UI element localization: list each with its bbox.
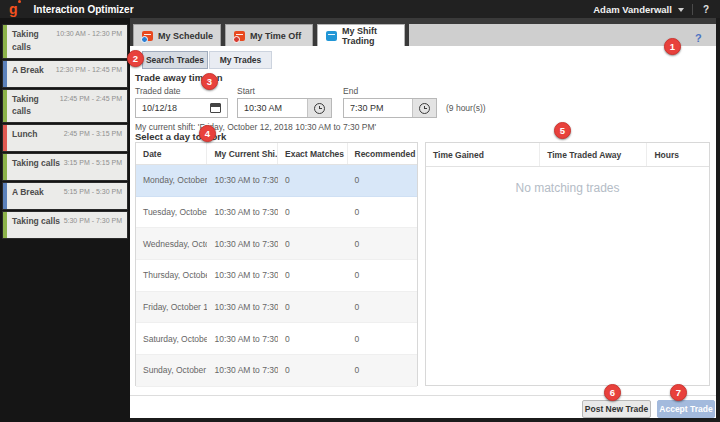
trades-table-header: Time Gained Time Traded Away Hours bbox=[426, 143, 709, 167]
accept-trade-button[interactable]: Accept Trade bbox=[657, 400, 715, 418]
schedule-activity-card[interactable]: Taking calls5:30 PM - 7:30 PM bbox=[3, 212, 127, 238]
cell-shift: 10:30 AM to 7:30 PM bbox=[207, 334, 278, 344]
callout-badge-4: 4 bbox=[199, 125, 216, 142]
day-to-work-table: Date My Current Shi... Exact Matches Rec… bbox=[135, 142, 418, 386]
end-time-field[interactable]: 7:30 PM bbox=[343, 98, 437, 118]
column-header-time-traded-away[interactable]: Time Traded Away bbox=[540, 143, 647, 166]
cell-exact-matches: 0 bbox=[278, 239, 348, 249]
cell-exact-matches: 0 bbox=[278, 175, 348, 185]
cell-recommended: 0 bbox=[347, 270, 417, 280]
cell-recommended: 0 bbox=[347, 239, 417, 249]
traded-date-field[interactable]: 10/12/18 bbox=[135, 98, 228, 118]
schedule-activity-card[interactable]: A Break12:30 PM - 12:45 PM bbox=[3, 61, 127, 87]
calendar-off-icon bbox=[234, 31, 245, 41]
column-header-current-shift[interactable]: My Current Shi... bbox=[207, 143, 278, 164]
activity-time: 12:30 PM - 12:45 PM bbox=[56, 64, 122, 83]
column-header-exact-matches[interactable]: Exact Matches bbox=[278, 143, 348, 164]
day-table-row[interactable]: Monday, October 8, 201810:30 AM to 7:30 … bbox=[136, 165, 417, 197]
column-header-date[interactable]: Date bbox=[136, 143, 207, 164]
cell-shift: 10:30 AM to 7:30 PM bbox=[207, 239, 278, 249]
callout-badge-6: 6 bbox=[604, 384, 621, 401]
topbar-divider bbox=[692, 4, 693, 15]
schedule-activity-card[interactable]: Taking calls10:30 AM - 12:30 PM bbox=[3, 25, 127, 58]
cell-date: Sunday, October 14, 2018 bbox=[136, 365, 207, 375]
day-table-row[interactable]: Wednesday, October 10, 201810:30 AM to 7… bbox=[136, 228, 417, 260]
cell-date: Tuesday, October 9, 2018 bbox=[136, 207, 207, 217]
callout-badge-1: 1 bbox=[664, 38, 681, 55]
day-table-row[interactable]: Saturday, October 13, 201810:30 AM to 7:… bbox=[136, 323, 417, 355]
start-time-picker-button[interactable] bbox=[307, 99, 331, 117]
cell-recommended: 0 bbox=[347, 175, 417, 185]
traded-date-value[interactable]: 10/12/18 bbox=[136, 103, 210, 113]
schedule-activity-card[interactable]: Lunch2:45 PM - 3:15 PM bbox=[3, 125, 127, 151]
column-header-time-gained[interactable]: Time Gained bbox=[426, 143, 540, 166]
help-icon-content[interactable]: ? bbox=[695, 32, 702, 44]
content-area: Search Trades My Trades ? Trade away tim… bbox=[130, 46, 716, 418]
start-time-field[interactable]: 10:30 AM bbox=[237, 98, 332, 118]
activity-name: Taking calls bbox=[12, 93, 57, 119]
column-header-recommended[interactable]: Recommended ... bbox=[348, 143, 418, 164]
schedule-activity-card[interactable]: Taking calls3:15 PM - 5:15 PM bbox=[3, 154, 127, 180]
tab-label: My Shift Trading bbox=[342, 26, 404, 46]
calendar-clock-icon bbox=[142, 31, 153, 41]
activity-name: Taking calls bbox=[12, 215, 60, 234]
cell-date: Friday, October 12, 2018 bbox=[136, 302, 207, 312]
activity-name: A Break bbox=[12, 64, 44, 83]
tab-my-trades[interactable]: My Trades bbox=[209, 51, 272, 69]
cell-shift: 10:30 AM to 7:30 PM bbox=[207, 302, 278, 312]
day-table-header: Date My Current Shi... Exact Matches Rec… bbox=[136, 143, 417, 165]
day-table-row[interactable]: Thursday, October 11, 201810:30 AM to 7:… bbox=[136, 260, 417, 292]
column-header-hours[interactable]: Hours bbox=[647, 143, 709, 166]
activity-time: 2:45 PM - 3:15 PM bbox=[64, 128, 122, 147]
activity-time: 12:45 PM - 2:45 PM bbox=[60, 93, 122, 119]
activity-name: Taking calls bbox=[12, 157, 60, 176]
calendar-icon[interactable] bbox=[210, 103, 221, 113]
tab-search-trades[interactable]: Search Trades bbox=[142, 51, 208, 69]
duration-note: (9 hour(s)) bbox=[446, 103, 486, 113]
cell-recommended: 0 bbox=[347, 365, 417, 375]
start-label: Start bbox=[237, 86, 255, 96]
footer-divider bbox=[130, 395, 716, 396]
activity-time: 5:15 PM - 5:30 PM bbox=[64, 186, 122, 205]
activity-name: A Break bbox=[12, 186, 44, 205]
callout-badge-3: 3 bbox=[201, 73, 218, 90]
cell-exact-matches: 0 bbox=[278, 302, 348, 312]
cell-recommended: 0 bbox=[347, 207, 417, 217]
no-matching-trades-message: No matching trades bbox=[426, 181, 709, 195]
callout-badge-2: 2 bbox=[127, 50, 144, 67]
cell-shift: 10:30 AM to 7:30 PM bbox=[207, 365, 278, 375]
day-table-row[interactable]: Sunday, October 14, 201810:30 AM to 7:30… bbox=[136, 355, 417, 387]
end-time-picker-button[interactable] bbox=[412, 99, 436, 117]
schedule-activity-card[interactable]: A Break5:15 PM - 5:30 PM bbox=[3, 183, 127, 209]
cell-exact-matches: 0 bbox=[278, 270, 348, 280]
help-icon[interactable]: ? bbox=[703, 4, 709, 15]
schedule-activity-card[interactable]: Taking calls12:45 PM - 2:45 PM bbox=[3, 90, 127, 123]
user-menu[interactable]: Adam Vanderwall bbox=[593, 4, 672, 15]
top-bar: g Interaction Optimizer Adam Vanderwall … bbox=[0, 0, 720, 18]
end-time-value[interactable]: 7:30 PM bbox=[344, 103, 412, 113]
main-area: My ScheduleMy Time OffMy Shift Trading S… bbox=[130, 18, 716, 418]
activity-name: Taking calls bbox=[12, 28, 53, 54]
activity-time: 3:15 PM - 5:15 PM bbox=[64, 157, 122, 176]
schedule-sidebar: Taking calls10:30 AM - 12:30 PMA Break12… bbox=[0, 18, 130, 422]
tab-strip: My ScheduleMy Time OffMy Shift Trading bbox=[130, 18, 716, 46]
chevron-down-icon[interactable] bbox=[678, 8, 684, 12]
start-time-value[interactable]: 10:30 AM bbox=[238, 103, 307, 113]
day-table-row[interactable]: Tuesday, October 9, 201810:30 AM to 7:30… bbox=[136, 197, 417, 229]
post-new-trade-button[interactable]: Post New Trade bbox=[582, 400, 651, 418]
tab-my-time-off[interactable]: My Time Off bbox=[225, 24, 313, 46]
tab-my-shift-trading[interactable]: My Shift Trading bbox=[317, 24, 405, 46]
clock-icon bbox=[419, 103, 430, 114]
day-table-row[interactable]: Friday, October 12, 201810:30 AM to 7:30… bbox=[136, 292, 417, 324]
cell-shift: 10:30 AM to 7:30 PM bbox=[207, 175, 278, 185]
cell-date: Saturday, October 13, 2018 bbox=[136, 334, 207, 344]
cell-date: Thursday, October 11, 2018 bbox=[136, 270, 207, 280]
cell-exact-matches: 0 bbox=[278, 365, 348, 375]
tab-my-schedule[interactable]: My Schedule bbox=[133, 24, 221, 46]
tab-label: My Time Off bbox=[250, 31, 301, 41]
matching-trades-table: Time Gained Time Traded Away Hours No ma… bbox=[425, 142, 710, 386]
activity-name: Lunch bbox=[12, 128, 38, 147]
calendar-trade-icon bbox=[326, 31, 337, 41]
end-label: End bbox=[343, 86, 358, 96]
traded-date-label: Traded date bbox=[135, 86, 181, 96]
